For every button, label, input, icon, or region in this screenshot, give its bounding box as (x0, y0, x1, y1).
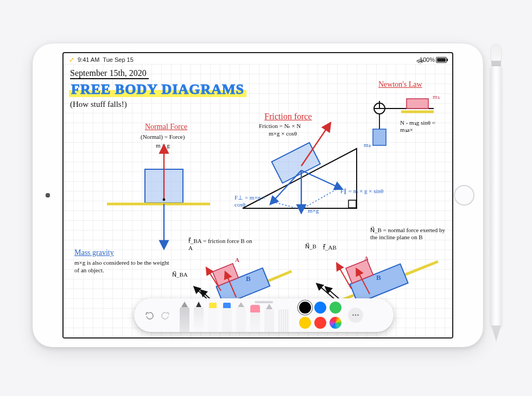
ipad-device: ⤢ 9:41 AM Tue Sep 15 100% (33, 43, 483, 347)
swatch-green[interactable] (330, 302, 341, 314)
tool-crayon[interactable] (236, 307, 246, 332)
note-subtitle: (How stuff falls!) (70, 100, 127, 109)
svg-line-42 (319, 285, 335, 299)
svg-rect-15 (349, 200, 356, 208)
collapse-icon[interactable]: ⤢ (69, 56, 74, 63)
note-canvas[interactable]: September 15th, 2020 FREE BODY DIAGRAMS … (64, 64, 452, 337)
newton-eq: N - m₁g sinθ = m₁a× (400, 119, 449, 133)
undo-button[interactable] (142, 308, 156, 322)
normal-line1: (Normal) = Force) (141, 133, 185, 140)
tool-pen[interactable] (194, 307, 204, 332)
apple-pencil (491, 43, 501, 347)
heading-mass-gravity: Mass gravity (74, 248, 114, 257)
markup-palette[interactable]: ··· (134, 298, 394, 332)
swatch-red[interactable] (314, 317, 326, 329)
palette-more-button[interactable]: ··· (348, 308, 363, 323)
friction-mg: m×g (308, 207, 319, 214)
redo-button[interactable] (159, 308, 173, 322)
friction-fR: F∥ = m × g × sinθ (340, 188, 383, 195)
palette-grabber[interactable] (255, 301, 273, 303)
home-button[interactable] (454, 185, 474, 206)
swatch-yellow[interactable] (299, 317, 311, 329)
color-swatches (299, 302, 341, 329)
block-a-label-2: A (364, 255, 369, 261)
svg-rect-29 (373, 129, 386, 145)
tool-eraser[interactable] (250, 310, 260, 332)
svg-line-20 (301, 170, 339, 188)
heading-normal-force: Normal Force (145, 123, 187, 131)
sketch-normal-force (102, 145, 221, 248)
status-time: 9:41 AM (78, 56, 99, 63)
svg-point-14 (163, 199, 166, 201)
tool-row (180, 307, 289, 332)
note-title: FREE BODY DIAGRAMS (69, 81, 246, 98)
swatch-black[interactable] (299, 302, 311, 314)
block-b-label-2: B (376, 273, 381, 282)
newton-m2: m₂ (364, 142, 371, 149)
newton-m1: m₁ (433, 93, 440, 100)
block-a-label-1: A (235, 257, 239, 263)
friction-fL: F⊥ = m×g × cosθ (235, 194, 273, 208)
swatch-color-wheel[interactable] (330, 317, 341, 329)
screen: ⤢ 9:41 AM Tue Sep 15 100% (62, 52, 453, 338)
status-bar: ⤢ 9:41 AM Tue Sep 15 100% (64, 53, 452, 65)
tool-marker-blue[interactable] (222, 307, 232, 332)
tool-lasso[interactable] (264, 309, 274, 332)
tool-pencil[interactable] (180, 307, 189, 332)
svg-rect-26 (407, 99, 428, 108)
tool-highlighter-yellow[interactable] (208, 307, 218, 332)
mass-body: m×g is also considered to be the weight … (74, 259, 169, 274)
block-b-label-1: B (246, 274, 251, 283)
tool-ruler[interactable] (278, 309, 289, 332)
front-camera (46, 193, 50, 197)
note-date: September 15th, 2020 (70, 68, 147, 78)
svg-line-22 (301, 188, 339, 209)
swatch-blue[interactable] (314, 302, 326, 314)
status-date: Tue Sep 15 (103, 56, 133, 63)
